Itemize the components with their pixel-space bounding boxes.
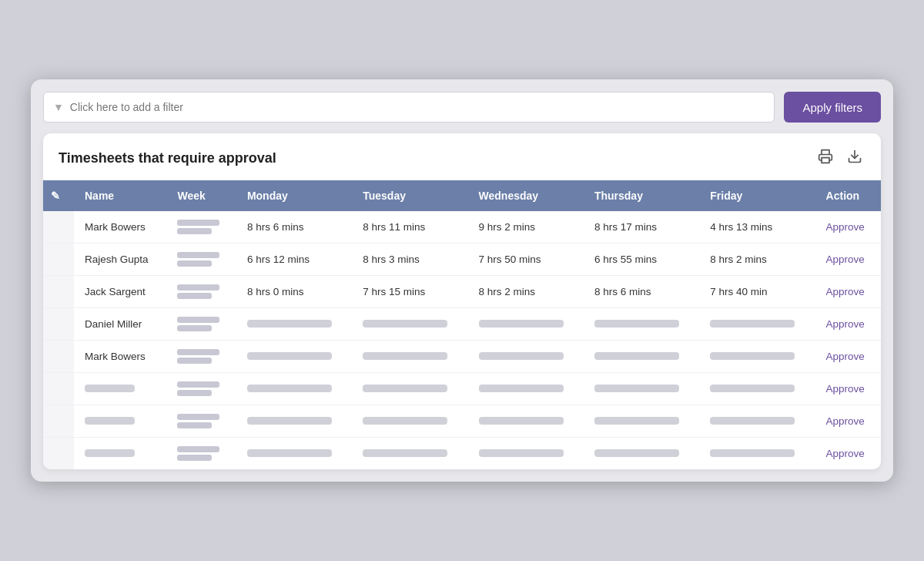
- thursday-cell: [584, 405, 699, 438]
- approve-link[interactable]: Approve: [826, 318, 865, 330]
- thursday-cell: [584, 373, 699, 405]
- skeleton-name: [85, 385, 135, 392]
- week-line-1: [177, 414, 219, 420]
- tuesday-cell: [352, 373, 467, 405]
- action-cell[interactable]: Approve: [815, 211, 881, 244]
- friday-cell: 8 hrs 2 mins: [699, 244, 815, 276]
- table-row: Rajesh Gupta 6 hrs 12 mins8 hrs 3 mins7 …: [43, 244, 881, 276]
- skeleton-day: [247, 385, 332, 392]
- svg-rect-0: [822, 158, 829, 163]
- wednesday-cell: [468, 405, 584, 438]
- action-cell[interactable]: Approve: [815, 341, 881, 373]
- approve-link[interactable]: Approve: [826, 221, 865, 233]
- skeleton-day: [363, 385, 447, 392]
- table-row: Mark Bowers 8 hrs 6 mins8 hrs 11 mins9 h…: [43, 211, 881, 244]
- tuesday-cell: [352, 438, 467, 470]
- edit-cell: [43, 276, 74, 308]
- week-line-1: [177, 446, 219, 452]
- skeleton-day: [594, 417, 679, 425]
- monday-cell: 6 hrs 12 mins: [236, 244, 352, 276]
- week-skeleton: [177, 284, 225, 299]
- monday-cell: [236, 341, 352, 373]
- monday-cell: [236, 373, 352, 405]
- name-cell: [74, 405, 166, 438]
- wednesday-cell: [468, 438, 584, 470]
- week-line-2: [177, 260, 212, 267]
- skeleton-day: [594, 320, 679, 328]
- edit-cell: [43, 373, 74, 405]
- skeleton-day: [594, 352, 679, 360]
- week-cell: [166, 244, 236, 276]
- skeleton-day: [363, 449, 447, 457]
- tuesday-cell: [352, 308, 467, 341]
- skeleton-day: [710, 320, 795, 328]
- week-line-1: [177, 220, 219, 226]
- skeleton-day: [594, 385, 679, 392]
- friday-cell: [699, 405, 815, 438]
- wednesday-cell: [468, 341, 584, 373]
- week-line-2: [177, 293, 212, 299]
- edit-cell: [43, 211, 74, 244]
- thursday-cell: 8 hrs 6 mins: [584, 276, 699, 308]
- skeleton-day: [363, 417, 447, 425]
- skeleton-day: [710, 352, 795, 360]
- edit-cell: [43, 341, 74, 373]
- approve-link[interactable]: Approve: [826, 448, 865, 459]
- action-cell[interactable]: Approve: [815, 438, 881, 470]
- approve-link[interactable]: Approve: [826, 254, 865, 265]
- download-button[interactable]: [844, 147, 865, 170]
- approve-link[interactable]: Approve: [826, 351, 865, 362]
- action-cell[interactable]: Approve: [815, 308, 881, 341]
- friday-cell: 7 hrs 40 min: [699, 276, 815, 308]
- action-cell[interactable]: Approve: [815, 244, 881, 276]
- approve-link[interactable]: Approve: [826, 286, 865, 297]
- week-skeleton: [177, 252, 225, 267]
- monday-cell: [236, 438, 352, 470]
- filter-input[interactable]: [70, 101, 765, 113]
- pencil-icon: ✎: [51, 190, 60, 202]
- skeleton-day: [710, 449, 795, 457]
- col-action: Action: [815, 180, 881, 211]
- friday-cell: 4 hrs 13 mins: [699, 211, 815, 244]
- thursday-cell: [584, 438, 699, 470]
- friday-cell: [699, 438, 815, 470]
- skeleton-day: [247, 449, 332, 457]
- timesheets-table: ✎ Name Week Monday Tuesday Wednesday Thu…: [43, 180, 881, 469]
- week-line-2: [177, 228, 212, 234]
- skeleton-day: [479, 352, 564, 360]
- tuesday-cell: 8 hrs 3 mins: [352, 244, 467, 276]
- week-skeleton: [177, 317, 225, 331]
- approve-link[interactable]: Approve: [826, 415, 865, 427]
- print-button[interactable]: [815, 147, 836, 170]
- name-cell: Daniel Miller: [74, 308, 166, 341]
- skeleton-day: [479, 417, 564, 425]
- week-skeleton: [177, 414, 225, 428]
- card-action-buttons: [815, 147, 865, 170]
- action-cell[interactable]: Approve: [815, 405, 881, 438]
- approve-link[interactable]: Approve: [826, 383, 865, 395]
- edit-cell: [43, 405, 74, 438]
- action-cell[interactable]: Approve: [815, 373, 881, 405]
- skeleton-day: [247, 320, 332, 328]
- tuesday-cell: [352, 405, 467, 438]
- col-wednesday: Wednesday: [468, 180, 584, 211]
- skeleton-day: [479, 449, 564, 457]
- week-line-2: [177, 358, 212, 364]
- tuesday-cell: 8 hrs 11 mins: [352, 211, 467, 244]
- thursday-cell: [584, 308, 699, 341]
- skeleton-day: [594, 449, 679, 457]
- week-line-2: [177, 390, 212, 396]
- table-row: Approve: [43, 438, 881, 470]
- filter-input-wrapper[interactable]: ▼: [43, 92, 775, 123]
- wednesday-cell: [468, 308, 584, 341]
- name-cell: [74, 373, 166, 405]
- apply-filters-button[interactable]: Apply filters: [784, 92, 881, 123]
- table-row: Approve: [43, 405, 881, 438]
- col-edit: ✎: [43, 180, 74, 211]
- table-row: Jack Sargent 8 hrs 0 mins7 hrs 15 mins8 …: [43, 276, 881, 308]
- skeleton-name: [85, 417, 135, 425]
- week-skeleton: [177, 220, 225, 234]
- tuesday-cell: 7 hrs 15 mins: [352, 276, 467, 308]
- action-cell[interactable]: Approve: [815, 276, 881, 308]
- name-cell: [74, 438, 166, 470]
